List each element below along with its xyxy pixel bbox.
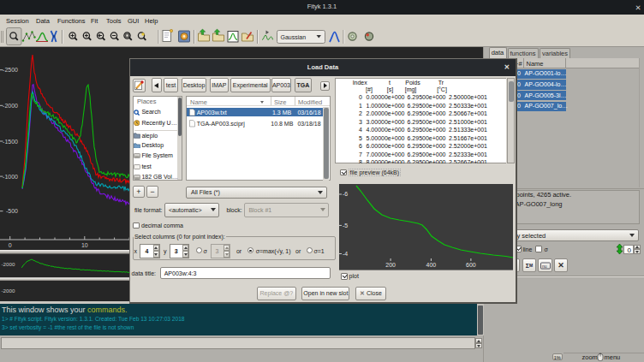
svg-text:-2000: -2000 [2,261,15,267]
svg-text:10: 10 [81,242,88,248]
svg-text:-6: -6 [343,191,348,197]
svg-text:-1000: -1000 [3,174,18,180]
svg-text:-500: -500 [6,208,18,214]
svg-text:400: 400 [426,262,436,268]
svg-text:-1500: -1500 [3,139,18,145]
svg-text:-4: -4 [343,251,348,257]
svg-text:nu: nu [542,263,547,268]
svg-text:Gaussian: Gaussian [281,34,307,40]
svg-text:200: 200 [385,262,396,268]
svg-text:-5: -5 [343,223,348,228]
svg-text:-2000: -2000 [3,103,18,109]
svg-text:-2000: -2000 [2,288,15,294]
svg-text:0: 0 [9,242,12,248]
svg-text:600: 600 [466,262,476,268]
svg-text:-2500: -2500 [3,67,18,73]
